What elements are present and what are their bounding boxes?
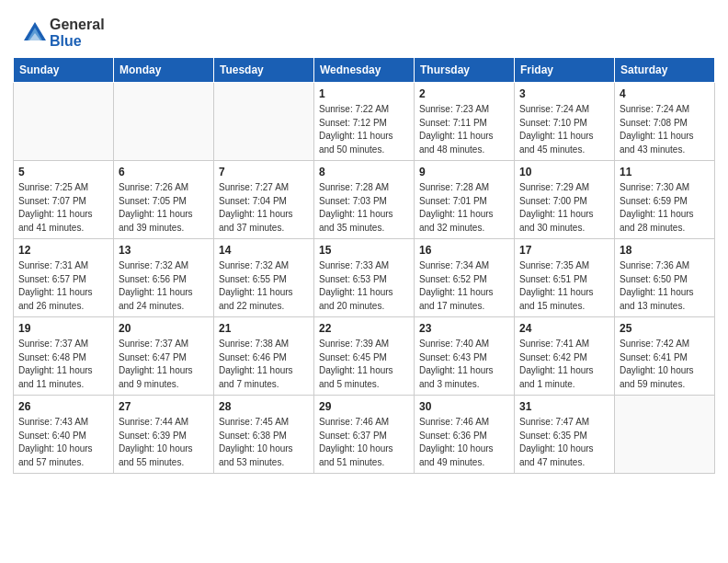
day-number: 13	[119, 244, 209, 257]
calendar-day-cell: 16Sunrise: 7:34 AM Sunset: 6:52 PM Dayli…	[415, 239, 515, 317]
calendar-day-cell	[14, 83, 114, 161]
day-number: 8	[319, 166, 409, 178]
day-number: 2	[419, 87, 509, 100]
day-number: 11	[620, 166, 710, 178]
calendar-day-cell: 17Sunrise: 7:35 AM Sunset: 6:51 PM Dayli…	[515, 239, 615, 317]
calendar-day-cell: 23Sunrise: 7:40 AM Sunset: 6:43 PM Dayli…	[415, 317, 515, 396]
weekday-header: Thursday	[415, 58, 515, 83]
day-number: 12	[18, 244, 108, 257]
calendar-header-row: SundayMondayTuesdayWednesdayThursdayFrid…	[14, 58, 715, 83]
calendar-day-cell: 20Sunrise: 7:37 AM Sunset: 6:47 PM Dayli…	[114, 317, 214, 396]
calendar-day-cell: 18Sunrise: 7:36 AM Sunset: 6:50 PM Dayli…	[615, 239, 715, 317]
calendar-wrapper: SundayMondayTuesdayWednesdayThursdayFrid…	[0, 57, 728, 487]
calendar-week-row: 5Sunrise: 7:25 AM Sunset: 7:07 PM Daylig…	[14, 161, 715, 239]
day-info: Sunrise: 7:31 AM Sunset: 6:57 PM Dayligh…	[18, 259, 108, 313]
calendar-day-cell: 8Sunrise: 7:28 AM Sunset: 7:03 PM Daylig…	[314, 161, 415, 239]
logo: General Blue	[22, 17, 105, 50]
calendar-week-row: 1Sunrise: 7:22 AM Sunset: 7:12 PM Daylig…	[14, 83, 715, 161]
day-number: 31	[519, 400, 609, 413]
day-info: Sunrise: 7:22 AM Sunset: 7:12 PM Dayligh…	[319, 103, 409, 156]
day-number: 1	[319, 87, 409, 100]
day-info: Sunrise: 7:23 AM Sunset: 7:11 PM Dayligh…	[419, 103, 509, 156]
calendar-day-cell: 22Sunrise: 7:39 AM Sunset: 6:45 PM Dayli…	[314, 317, 415, 396]
day-number: 9	[419, 166, 509, 178]
calendar-day-cell	[114, 83, 214, 161]
day-number: 24	[519, 322, 609, 335]
calendar-table: SundayMondayTuesdayWednesdayThursdayFrid…	[13, 57, 715, 474]
calendar-day-cell: 4Sunrise: 7:24 AM Sunset: 7:08 PM Daylig…	[615, 83, 715, 161]
day-number: 23	[419, 322, 509, 335]
day-number: 20	[119, 322, 209, 335]
day-number: 15	[319, 244, 409, 257]
calendar-day-cell: 31Sunrise: 7:47 AM Sunset: 6:35 PM Dayli…	[515, 396, 615, 474]
calendar-day-cell: 24Sunrise: 7:41 AM Sunset: 6:42 PM Dayli…	[515, 317, 615, 396]
day-number: 19	[18, 322, 108, 335]
day-info: Sunrise: 7:46 AM Sunset: 6:37 PM Dayligh…	[319, 416, 409, 469]
day-info: Sunrise: 7:30 AM Sunset: 6:59 PM Dayligh…	[620, 181, 710, 235]
day-number: 5	[18, 166, 108, 178]
day-number: 6	[119, 166, 209, 178]
day-number: 4	[620, 87, 710, 100]
day-info: Sunrise: 7:25 AM Sunset: 7:07 PM Dayligh…	[18, 181, 108, 235]
day-info: Sunrise: 7:26 AM Sunset: 7:05 PM Dayligh…	[119, 181, 209, 235]
weekday-header: Wednesday	[314, 58, 415, 83]
calendar-day-cell: 26Sunrise: 7:43 AM Sunset: 6:40 PM Dayli…	[14, 396, 114, 474]
day-number: 27	[119, 400, 209, 413]
day-number: 29	[319, 400, 409, 413]
day-info: Sunrise: 7:37 AM Sunset: 6:48 PM Dayligh…	[18, 338, 108, 391]
day-info: Sunrise: 7:43 AM Sunset: 6:40 PM Dayligh…	[18, 416, 108, 469]
day-number: 10	[519, 166, 609, 178]
day-number: 26	[18, 400, 108, 413]
weekday-header: Friday	[515, 58, 615, 83]
calendar-day-cell: 2Sunrise: 7:23 AM Sunset: 7:11 PM Daylig…	[415, 83, 515, 161]
calendar-day-cell: 29Sunrise: 7:46 AM Sunset: 6:37 PM Dayli…	[314, 396, 415, 474]
day-info: Sunrise: 7:42 AM Sunset: 6:41 PM Dayligh…	[620, 338, 710, 391]
day-info: Sunrise: 7:36 AM Sunset: 6:50 PM Dayligh…	[620, 259, 710, 313]
calendar-day-cell: 7Sunrise: 7:27 AM Sunset: 7:04 PM Daylig…	[214, 161, 314, 239]
logo-icon	[22, 20, 48, 46]
calendar-day-cell: 13Sunrise: 7:32 AM Sunset: 6:56 PM Dayli…	[114, 239, 214, 317]
day-number: 17	[519, 244, 609, 257]
calendar-day-cell: 9Sunrise: 7:28 AM Sunset: 7:01 PM Daylig…	[415, 161, 515, 239]
day-info: Sunrise: 7:28 AM Sunset: 7:03 PM Dayligh…	[319, 181, 409, 235]
calendar-day-cell: 5Sunrise: 7:25 AM Sunset: 7:07 PM Daylig…	[14, 161, 114, 239]
calendar-day-cell: 28Sunrise: 7:45 AM Sunset: 6:38 PM Dayli…	[214, 396, 314, 474]
calendar-day-cell	[214, 83, 314, 161]
day-info: Sunrise: 7:29 AM Sunset: 7:00 PM Dayligh…	[519, 181, 609, 235]
weekday-header: Sunday	[14, 58, 114, 83]
calendar-day-cell: 6Sunrise: 7:26 AM Sunset: 7:05 PM Daylig…	[114, 161, 214, 239]
day-number: 21	[219, 322, 309, 335]
logo-general: General	[50, 17, 105, 32]
day-number: 22	[319, 322, 409, 335]
day-info: Sunrise: 7:32 AM Sunset: 6:55 PM Dayligh…	[219, 259, 309, 313]
day-info: Sunrise: 7:44 AM Sunset: 6:39 PM Dayligh…	[119, 416, 209, 469]
day-number: 30	[419, 400, 509, 413]
day-info: Sunrise: 7:33 AM Sunset: 6:53 PM Dayligh…	[319, 259, 409, 313]
day-info: Sunrise: 7:46 AM Sunset: 6:36 PM Dayligh…	[419, 416, 509, 469]
calendar-day-cell: 10Sunrise: 7:29 AM Sunset: 7:00 PM Dayli…	[515, 161, 615, 239]
day-info: Sunrise: 7:35 AM Sunset: 6:51 PM Dayligh…	[519, 259, 609, 313]
calendar-week-row: 12Sunrise: 7:31 AM Sunset: 6:57 PM Dayli…	[14, 239, 715, 317]
day-number: 14	[219, 244, 309, 257]
calendar-day-cell: 30Sunrise: 7:46 AM Sunset: 6:36 PM Dayli…	[415, 396, 515, 474]
day-info: Sunrise: 7:41 AM Sunset: 6:42 PM Dayligh…	[519, 338, 609, 391]
day-info: Sunrise: 7:32 AM Sunset: 6:56 PM Dayligh…	[119, 259, 209, 313]
day-number: 3	[519, 87, 609, 100]
day-info: Sunrise: 7:28 AM Sunset: 7:01 PM Dayligh…	[419, 181, 509, 235]
calendar-day-cell	[615, 396, 715, 474]
day-info: Sunrise: 7:38 AM Sunset: 6:46 PM Dayligh…	[219, 338, 309, 391]
weekday-header: Monday	[114, 58, 214, 83]
day-info: Sunrise: 7:39 AM Sunset: 6:45 PM Dayligh…	[319, 338, 409, 391]
page-header: General Blue	[0, 0, 728, 57]
day-info: Sunrise: 7:24 AM Sunset: 7:10 PM Dayligh…	[519, 103, 609, 156]
day-info: Sunrise: 7:47 AM Sunset: 6:35 PM Dayligh…	[519, 416, 609, 469]
day-info: Sunrise: 7:34 AM Sunset: 6:52 PM Dayligh…	[419, 259, 509, 313]
calendar-day-cell: 1Sunrise: 7:22 AM Sunset: 7:12 PM Daylig…	[314, 83, 415, 161]
calendar-day-cell: 14Sunrise: 7:32 AM Sunset: 6:55 PM Dayli…	[214, 239, 314, 317]
calendar-day-cell: 19Sunrise: 7:37 AM Sunset: 6:48 PM Dayli…	[14, 317, 114, 396]
day-number: 28	[219, 400, 309, 413]
day-info: Sunrise: 7:27 AM Sunset: 7:04 PM Dayligh…	[219, 181, 309, 235]
calendar-day-cell: 12Sunrise: 7:31 AM Sunset: 6:57 PM Dayli…	[14, 239, 114, 317]
weekday-header: Saturday	[615, 58, 715, 83]
calendar-day-cell: 21Sunrise: 7:38 AM Sunset: 6:46 PM Dayli…	[214, 317, 314, 396]
